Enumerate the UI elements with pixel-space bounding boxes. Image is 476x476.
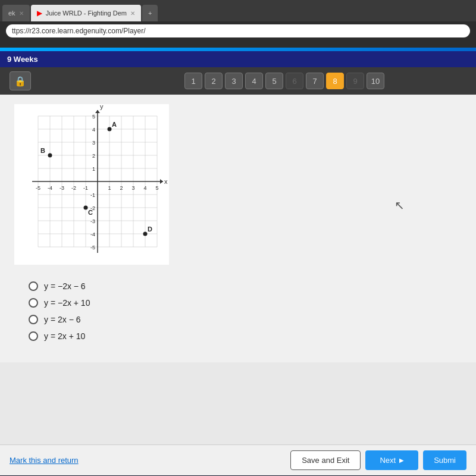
graph-container: [14, 104, 169, 265]
tab-2-close[interactable]: ✕: [130, 10, 135, 17]
question-9[interactable]: 9: [346, 73, 364, 89]
tab-1-label: ek: [8, 10, 15, 17]
answer-text-d: y = 2x + 10: [44, 331, 85, 341]
tab-2-youtube[interactable]: ▶ Juice WRLD - Fighting Dem ✕: [31, 5, 141, 21]
lock-button[interactable]: 🔒: [10, 71, 31, 90]
question-6[interactable]: 6: [286, 73, 303, 89]
radio-c[interactable]: [29, 315, 38, 324]
address-bar-row: ttps://r23.core.learn.edgenuity.com/Play…: [0, 21, 476, 40]
address-text: ttps://r23.core.learn.edgenuity.com/Play…: [12, 27, 146, 35]
answer-choice-b[interactable]: y = −2x + 10: [29, 298, 447, 308]
radio-a[interactable]: [29, 281, 38, 291]
answer-text-a: y = −2x − 6: [44, 281, 86, 291]
radio-b[interactable]: [29, 298, 38, 308]
radio-d[interactable]: [29, 331, 38, 341]
question-1[interactable]: 1: [184, 73, 202, 89]
tab-1-close[interactable]: ✕: [19, 10, 24, 17]
answer-choice-c[interactable]: y = 2x − 6: [29, 315, 447, 324]
answer-choices: y = −2x − 6 y = −2x + 10 y = 2x − 6 y = …: [14, 277, 462, 353]
page-header: 9 Weeks: [0, 51, 476, 67]
submit-button[interactable]: Submi: [423, 450, 466, 470]
question-3[interactable]: 3: [225, 73, 243, 89]
tab-bar: ek ✕ ▶ Juice WRLD - Fighting Dem ✕ +: [0, 0, 476, 21]
lock-icon: 🔒: [14, 76, 26, 87]
tab-new-label: +: [148, 10, 152, 17]
question-numbers: 1 2 3 4 5 6 7 8 9 10: [184, 73, 384, 89]
answer-choice-a[interactable]: y = −2x − 6: [29, 281, 447, 291]
answer-text-b: y = −2x + 10: [44, 298, 90, 308]
toolbar: 🔒 1 2 3 4 5 6 7 8 9 10: [0, 67, 476, 95]
youtube-icon: ▶: [37, 9, 42, 17]
address-bar[interactable]: ttps://r23.core.learn.edgenuity.com/Play…: [6, 24, 470, 37]
question-area: y = −2x − 6 y = −2x + 10 y = 2x − 6 y = …: [0, 95, 476, 362]
question-10[interactable]: 10: [367, 73, 384, 89]
question-8[interactable]: 8: [326, 73, 344, 89]
save-exit-button[interactable]: Save and Exit: [290, 450, 361, 470]
answer-text-c: y = 2x − 6: [44, 315, 80, 324]
main-content: 🔒 1 2 3 4 5 6 7 8 9 10 y = −2x − 6: [0, 67, 476, 475]
question-7[interactable]: 7: [306, 73, 324, 89]
question-5[interactable]: 5: [265, 73, 283, 89]
browser-chrome: ek ✕ ▶ Juice WRLD - Fighting Dem ✕ + ttp…: [0, 0, 476, 48]
page-title: 9 Weeks: [7, 55, 38, 64]
tab-new[interactable]: +: [142, 5, 158, 21]
tab-1[interactable]: ek ✕: [2, 5, 30, 21]
tab-2-label: Juice WRLD - Fighting Dem: [46, 10, 127, 17]
answer-choice-d[interactable]: y = 2x + 10: [29, 331, 447, 341]
bottom-bar: Mark this and return Save and Exit Next …: [0, 444, 476, 475]
coordinate-graph: [14, 104, 169, 265]
next-button[interactable]: Next: [365, 450, 418, 470]
mark-return-link[interactable]: Mark this and return: [10, 456, 79, 465]
bottom-buttons: Save and Exit Next Submi: [290, 450, 466, 470]
question-2[interactable]: 2: [205, 73, 223, 89]
question-4[interactable]: 4: [245, 73, 263, 89]
